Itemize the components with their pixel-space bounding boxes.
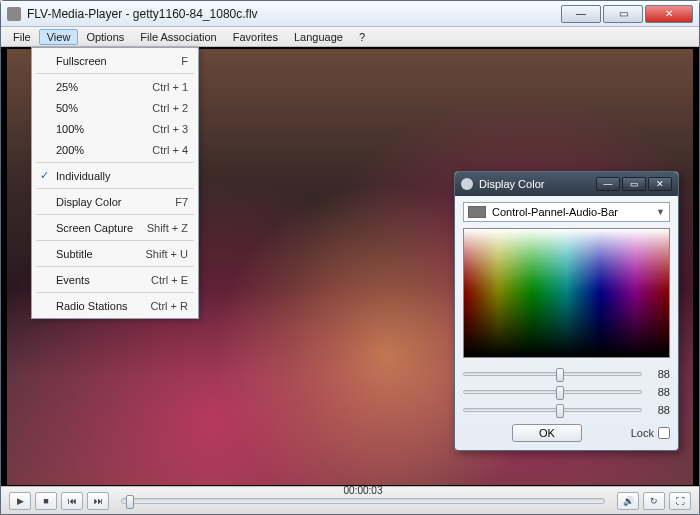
minimize-button[interactable]: — [561, 5, 601, 23]
prev-button[interactable]: ⏮ [61, 492, 83, 510]
view-menu-item[interactable]: 50%Ctrl + 2 [34, 97, 196, 118]
view-menu-item[interactable]: EventsCtrl + E [34, 269, 196, 290]
view-menu-item[interactable]: 100%Ctrl + 3 [34, 118, 196, 139]
menu-help[interactable]: ? [351, 29, 373, 45]
lock-checkbox-input[interactable] [658, 427, 670, 439]
dialog-title: Display Color [479, 178, 544, 190]
menu-file-association[interactable]: File Association [132, 29, 224, 45]
menu-item-shortcut: Ctrl + 3 [152, 123, 188, 135]
menu-item-shortcut: Ctrl + 1 [152, 81, 188, 93]
view-menu-item[interactable]: Individually [34, 165, 196, 186]
color-swatch-icon [468, 206, 486, 218]
color-target-value: Control-Pannel-Audio-Bar [492, 206, 618, 218]
time-display: 00:00:03 [344, 485, 383, 496]
slider-3[interactable] [463, 408, 642, 412]
slider-1[interactable] [463, 372, 642, 376]
color-field[interactable] [463, 228, 670, 358]
view-dropdown: FullscreenF25%Ctrl + 150%Ctrl + 2100%Ctr… [31, 47, 199, 319]
menu-item-shortcut: Shift + Z [147, 222, 188, 234]
menu-item-label: Events [56, 274, 90, 286]
slider-2-value: 88 [648, 386, 670, 398]
menu-item-shortcut: Shift + U [146, 248, 189, 260]
menu-item-shortcut: F [181, 55, 188, 67]
dialog-close-button[interactable]: ✕ [648, 177, 672, 191]
app-icon [7, 7, 21, 21]
menu-item-label: 200% [56, 144, 84, 156]
menu-item-shortcut: Ctrl + 2 [152, 102, 188, 114]
view-menu-item[interactable]: FullscreenF [34, 50, 196, 71]
slider-2[interactable] [463, 390, 642, 394]
menu-item-label: Fullscreen [56, 55, 107, 67]
ok-button[interactable]: OK [512, 424, 582, 442]
play-button[interactable]: ▶ [9, 492, 31, 510]
menu-language[interactable]: Language [286, 29, 351, 45]
menu-item-label: 25% [56, 81, 78, 93]
maximize-button[interactable]: ▭ [603, 5, 643, 23]
titlebar[interactable]: FLV-Media-Player - getty1160-84_1080c.fl… [1, 1, 699, 27]
mute-button[interactable]: 🔊 [617, 492, 639, 510]
menu-item-shortcut: Ctrl + E [151, 274, 188, 286]
menu-favorites[interactable]: Favorites [225, 29, 286, 45]
menu-item-label: 50% [56, 102, 78, 114]
menu-item-label: 100% [56, 123, 84, 135]
close-button[interactable]: ✕ [645, 5, 693, 23]
menubar: File View Options File Association Favor… [1, 27, 699, 47]
dialog-titlebar[interactable]: Display Color — ▭ ✕ [455, 172, 678, 196]
view-menu-item[interactable]: 25%Ctrl + 1 [34, 76, 196, 97]
stop-button[interactable]: ■ [35, 492, 57, 510]
app-window: FLV-Media-Player - getty1160-84_1080c.fl… [0, 0, 700, 515]
color-target-select[interactable]: Control-Pannel-Audio-Bar ▼ [463, 202, 670, 222]
view-menu-item[interactable]: Radio StationsCtrl + R [34, 295, 196, 316]
repeat-button[interactable]: ↻ [643, 492, 665, 510]
menu-item-shortcut: Ctrl + 4 [152, 144, 188, 156]
menu-item-label: Subtitle [56, 248, 93, 260]
window-title: FLV-Media-Player - getty1160-84_1080c.fl… [27, 7, 559, 21]
next-button[interactable]: ⏭ [87, 492, 109, 510]
view-menu-item[interactable]: Display ColorF7 [34, 191, 196, 212]
menu-item-shortcut: Ctrl + R [150, 300, 188, 312]
menu-item-label: Radio Stations [56, 300, 128, 312]
menu-item-label: Individually [56, 170, 110, 182]
menu-view[interactable]: View [39, 29, 79, 45]
view-menu-item[interactable]: SubtitleShift + U [34, 243, 196, 264]
menu-item-label: Display Color [56, 196, 121, 208]
menu-item-shortcut: F7 [175, 196, 188, 208]
seek-slider[interactable]: 00:00:03 [121, 498, 605, 504]
menu-options[interactable]: Options [78, 29, 132, 45]
dialog-minimize-button[interactable]: — [596, 177, 620, 191]
slider-1-value: 88 [648, 368, 670, 380]
view-menu-item[interactable]: Screen CaptureShift + Z [34, 217, 196, 238]
playback-bar: ▶ ■ ⏮ ⏭ 00:00:03 🔊 ↻ ⛶ [1, 486, 699, 514]
lock-checkbox[interactable]: Lock [631, 427, 670, 439]
lock-label: Lock [631, 427, 654, 439]
menu-file[interactable]: File [5, 29, 39, 45]
dialog-app-icon [461, 178, 473, 190]
view-menu-item[interactable]: 200%Ctrl + 4 [34, 139, 196, 160]
chevron-down-icon: ▼ [656, 207, 665, 217]
dialog-maximize-button[interactable]: ▭ [622, 177, 646, 191]
fullscreen-button[interactable]: ⛶ [669, 492, 691, 510]
display-color-dialog[interactable]: Display Color — ▭ ✕ Control-Pannel-Audio… [454, 171, 679, 451]
slider-3-value: 88 [648, 404, 670, 416]
menu-item-label: Screen Capture [56, 222, 133, 234]
